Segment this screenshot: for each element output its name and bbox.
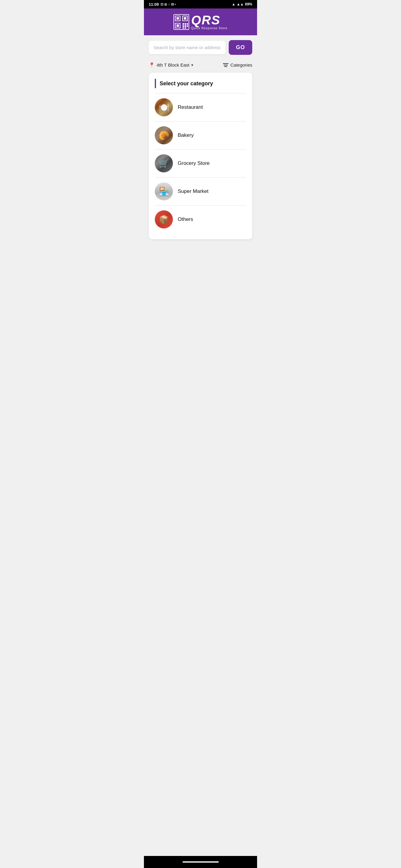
category-label-others: Others (178, 216, 193, 222)
filter-bar: 📍 4th T Block East ▾ Categories (144, 59, 257, 73)
category-image-others (155, 210, 173, 228)
filter-icon (223, 63, 228, 67)
svg-rect-9 (187, 23, 188, 25)
status-left: 11:09 ⊡ ◎ ○ ⊟ • (149, 2, 176, 7)
category-item-others[interactable]: Others (149, 206, 252, 233)
qr-logo-icon (173, 14, 189, 30)
category-card: Select your category Restaurant Bakery G… (149, 73, 252, 239)
category-item-bakery[interactable]: Bakery (149, 121, 252, 149)
others-photo (155, 210, 173, 228)
category-header: Select your category (149, 79, 252, 93)
category-item-restaurant[interactable]: Restaurant (149, 93, 252, 121)
wifi-icon: ▲ (232, 2, 235, 6)
chevron-down-icon: ▾ (191, 63, 193, 67)
svg-rect-4 (184, 17, 186, 20)
svg-rect-6 (176, 24, 179, 27)
supermarket-photo (155, 182, 173, 200)
svg-rect-0 (174, 14, 189, 30)
logo-text: QRS Quick Response Store (191, 14, 227, 30)
svg-rect-7 (182, 23, 184, 25)
location-selector[interactable]: 📍 4th T Block East ▾ (149, 62, 193, 68)
location-pin-icon: 📍 (149, 62, 155, 68)
status-right: ▲ ▲▲ 69% (232, 2, 252, 6)
search-section: GO (144, 35, 257, 59)
category-label-bakery: Bakery (178, 132, 194, 138)
status-bar: 11:09 ⊡ ◎ ○ ⊟ • ▲ ▲▲ 69% (144, 0, 257, 8)
category-image-supermarket (155, 182, 173, 200)
status-time: 11:09 (149, 2, 159, 7)
home-indicator (182, 861, 219, 863)
svg-rect-8 (185, 23, 186, 25)
svg-rect-13 (182, 27, 184, 29)
categories-button[interactable]: Categories (223, 62, 252, 67)
svg-rect-14 (185, 27, 186, 29)
svg-rect-10 (182, 25, 184, 27)
app-logo: QRS Quick Response Store (173, 14, 227, 30)
svg-rect-11 (185, 25, 186, 27)
search-input[interactable] (149, 41, 226, 54)
signal-icon: ▲▲ (236, 2, 244, 6)
category-item-grocery-store[interactable]: Grocery Store (149, 150, 252, 177)
category-accent-bar (155, 79, 156, 88)
category-label-supermarket: Super Market (178, 188, 208, 194)
bakery-photo (155, 126, 173, 144)
category-image-grocery (155, 154, 173, 173)
logo-subtitle-text: Quick Response Store (191, 27, 227, 30)
svg-rect-12 (187, 25, 188, 27)
categories-label: Categories (230, 62, 252, 67)
bottom-nav-bar (144, 856, 257, 868)
restaurant-photo (155, 98, 173, 116)
battery-icon: 69% (245, 2, 252, 6)
category-item-supermarket[interactable]: Super Market (149, 178, 252, 205)
location-label: 4th T Block East (156, 62, 190, 67)
app-header: QRS Quick Response Store (144, 8, 257, 35)
category-label-grocery: Grocery Store (178, 160, 210, 166)
category-image-bakery (155, 126, 173, 144)
logo-qrs-text: QRS (191, 14, 227, 27)
grocery-photo (155, 154, 173, 173)
category-title: Select your category (160, 81, 213, 87)
notification-icons: ⊡ ◎ ○ ⊟ • (161, 2, 176, 6)
svg-rect-2 (176, 17, 179, 20)
category-image-restaurant (155, 98, 173, 116)
go-button[interactable]: GO (229, 40, 252, 55)
category-label-restaurant: Restaurant (178, 104, 203, 110)
